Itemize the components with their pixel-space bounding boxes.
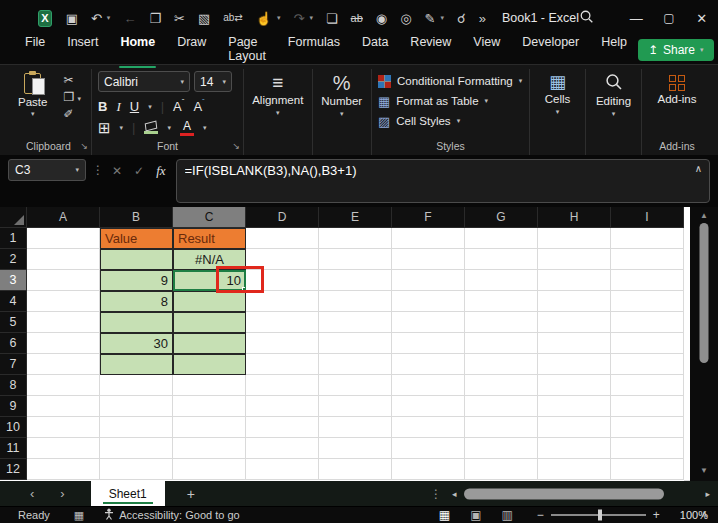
document-inspect-icon[interactable]: ◎ xyxy=(400,12,411,25)
cell-I5[interactable] xyxy=(611,312,684,333)
excel-logo-icon[interactable]: X xyxy=(38,10,52,27)
font-color-button[interactable]: A xyxy=(180,120,194,136)
close-button[interactable]: ✕ xyxy=(685,0,718,36)
cell-G10[interactable] xyxy=(465,417,538,438)
font-color-chevron-icon[interactable]: ▾ xyxy=(203,124,207,132)
cell-I8[interactable] xyxy=(611,375,684,396)
page-layout-view-icon[interactable]: ▣ xyxy=(470,509,481,521)
cut-icon[interactable]: ✂ xyxy=(174,12,185,25)
dropdown-chevron-icon[interactable]: ▾ xyxy=(440,14,444,22)
cell-A6[interactable] xyxy=(27,333,100,354)
cell-H2[interactable] xyxy=(538,249,611,270)
scroll-down-icon[interactable]: ▼ xyxy=(700,466,708,475)
cell-H6[interactable] xyxy=(538,333,611,354)
format-painter-icon[interactable]: ✐ xyxy=(63,108,81,120)
cell-E11[interactable] xyxy=(319,438,392,459)
cell-H5[interactable] xyxy=(538,312,611,333)
cell-E5[interactable] xyxy=(319,312,392,333)
column-header-D[interactable]: D xyxy=(246,207,319,228)
row-header-3[interactable]: 3 xyxy=(0,270,27,291)
cell-I9[interactable] xyxy=(611,396,684,417)
cell-A9[interactable] xyxy=(27,396,100,417)
row-header-12[interactable]: 12 xyxy=(0,459,27,480)
zoom-out-icon[interactable]: − xyxy=(537,508,544,522)
font-dialog-launcher-icon[interactable]: ↘ xyxy=(232,141,240,151)
cells-group[interactable]: ▦ Cells ▾ xyxy=(530,69,586,155)
cell-C1[interactable]: Result xyxy=(173,228,246,249)
cell-I7[interactable] xyxy=(611,354,684,375)
cell-B8[interactable] xyxy=(100,375,173,396)
cell-A7[interactable] xyxy=(27,354,100,375)
row-header-8[interactable]: 8 xyxy=(0,375,27,396)
tab-file[interactable]: File xyxy=(14,30,56,70)
tab-home[interactable]: Home xyxy=(109,30,166,70)
italic-button[interactable]: I xyxy=(116,99,120,115)
cell-G11[interactable] xyxy=(465,438,538,459)
cell-D4[interactable] xyxy=(246,291,319,312)
replace-icon[interactable]: ab⇄ xyxy=(223,13,243,23)
draw-pen-icon[interactable]: ✎ xyxy=(425,12,436,25)
normal-view-icon[interactable]: ▦ xyxy=(439,509,450,521)
cell-F4[interactable] xyxy=(392,291,465,312)
number-group[interactable]: % Number ▾ xyxy=(313,69,373,155)
alignment-group[interactable]: ≡ Alignment ▾ xyxy=(244,69,313,155)
cell-H12[interactable] xyxy=(538,459,611,480)
vertical-scroll-thumb[interactable] xyxy=(700,223,709,363)
column-header-I[interactable]: I xyxy=(611,207,684,228)
formula-bar-grip-icon[interactable]: ⋮ xyxy=(92,159,104,177)
row-header-11[interactable]: 11 xyxy=(0,438,27,459)
row-header-4[interactable]: 4 xyxy=(0,291,27,312)
touch-mode-icon[interactable]: ☝ xyxy=(256,12,272,25)
cell-H7[interactable] xyxy=(538,354,611,375)
tab-view[interactable]: View xyxy=(462,30,511,70)
cell-D11[interactable] xyxy=(246,438,319,459)
decrease-font-button[interactable]: Aˇ xyxy=(193,99,204,114)
cell-B3[interactable]: 9 xyxy=(100,270,173,291)
row-header-1[interactable]: 1 xyxy=(0,228,27,249)
column-header-G[interactable]: G xyxy=(465,207,538,228)
cell-D1[interactable] xyxy=(246,228,319,249)
cell-A12[interactable] xyxy=(27,459,100,480)
cell-A3[interactable] xyxy=(27,270,100,291)
new-file-icon[interactable]: ❏ xyxy=(326,12,338,25)
cell-H9[interactable] xyxy=(538,396,611,417)
prev-sheet-icon[interactable]: ‹ xyxy=(30,486,34,501)
cell-D9[interactable] xyxy=(246,396,319,417)
cell-B5[interactable] xyxy=(100,312,173,333)
accessibility-status[interactable]: Accessibility: Good to go xyxy=(104,508,239,522)
cell-F2[interactable] xyxy=(392,249,465,270)
cell-I11[interactable] xyxy=(611,438,684,459)
cell-D5[interactable] xyxy=(246,312,319,333)
cell-E9[interactable] xyxy=(319,396,392,417)
cell-G3[interactable] xyxy=(465,270,538,291)
cell-styles-button[interactable]: ▨ Cell Styles ▾ xyxy=(378,111,523,131)
cell-D6[interactable] xyxy=(246,333,319,354)
cut-icon[interactable]: ✂ xyxy=(63,74,81,86)
cell-E3[interactable] xyxy=(319,270,392,291)
cell-G7[interactable] xyxy=(465,354,538,375)
column-header-E[interactable]: E xyxy=(319,207,392,228)
more-commands-icon[interactable]: » xyxy=(479,12,486,25)
tab-insert[interactable]: Insert xyxy=(56,30,109,70)
collapse-formula-bar-icon[interactable]: ∧ xyxy=(695,163,702,174)
tab-review[interactable]: Review xyxy=(399,30,462,70)
cell-G12[interactable] xyxy=(465,459,538,480)
tab-formulas[interactable]: Formulas xyxy=(277,30,351,70)
cell-G9[interactable] xyxy=(465,396,538,417)
dropdown-chevron-icon[interactable]: ▾ xyxy=(107,14,111,22)
cell-C12[interactable] xyxy=(173,459,246,480)
collapse-ribbon-icon[interactable]: ∧ xyxy=(701,508,708,519)
cell-F6[interactable] xyxy=(392,333,465,354)
insert-function-icon[interactable]: fx xyxy=(156,163,165,179)
cell-E2[interactable] xyxy=(319,249,392,270)
cell-D7[interactable] xyxy=(246,354,319,375)
cell-C7[interactable] xyxy=(173,354,246,375)
dropdown-chevron-icon[interactable]: ▾ xyxy=(309,14,313,22)
underline-button[interactable]: U xyxy=(130,99,139,114)
font-name-select[interactable]: Calibri▾ xyxy=(98,71,190,92)
search-icon[interactable] xyxy=(579,9,594,28)
format-as-table-button[interactable]: ▦ Format as Table ▾ xyxy=(378,91,523,111)
picture-edit-icon[interactable]: ▧ xyxy=(198,12,210,25)
cell-H1[interactable] xyxy=(538,228,611,249)
zoom-slider-handle[interactable] xyxy=(598,510,602,521)
